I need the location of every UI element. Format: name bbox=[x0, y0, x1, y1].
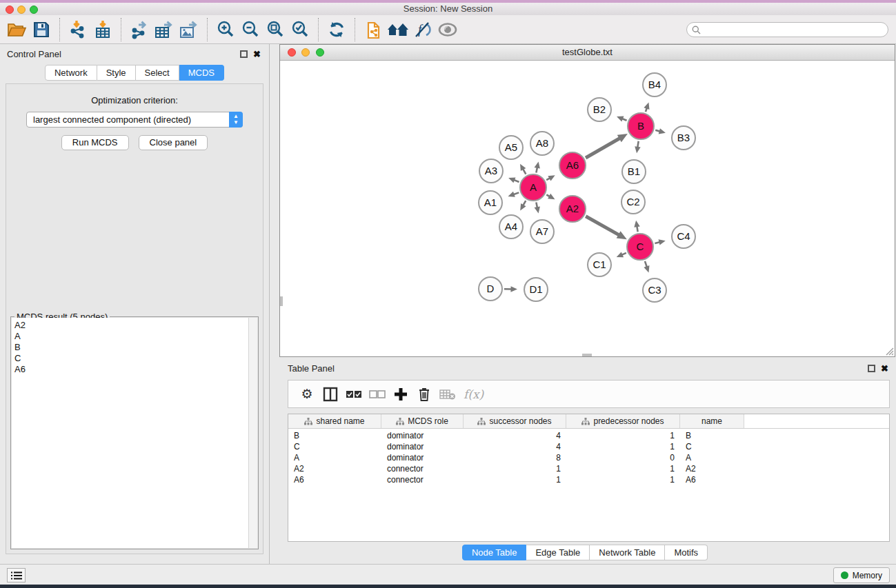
table-cell[interactable]: A bbox=[680, 452, 744, 463]
task-history-button[interactable] bbox=[7, 568, 26, 582]
network-minimize-button[interactable] bbox=[301, 48, 310, 57]
close-table-panel-icon[interactable]: ✖ bbox=[881, 363, 888, 374]
table-cell[interactable]: B bbox=[288, 430, 381, 441]
table-cell[interactable]: C bbox=[680, 441, 744, 452]
tab-edge-table[interactable]: Edge Table bbox=[526, 545, 590, 560]
import-network-icon[interactable] bbox=[66, 17, 90, 42]
column-header-mcds-role[interactable]: MCDS role bbox=[381, 414, 464, 428]
table-cell[interactable]: 1 bbox=[566, 441, 680, 452]
table-row[interactable]: A6connector11A6 bbox=[288, 474, 889, 485]
network-view-window: testGlobe.txt AA1A2A3A4A5A6A7A8BB1B2B3B4… bbox=[279, 44, 895, 357]
table-cell[interactable]: A bbox=[288, 452, 381, 463]
select-all-checkboxes-icon[interactable] bbox=[342, 383, 366, 406]
criterion-select[interactable]: largest connected component (directed) ▲… bbox=[26, 112, 243, 128]
table-cell[interactable]: connector bbox=[381, 474, 464, 485]
minimize-window-button[interactable] bbox=[17, 6, 26, 14]
resize-grip-icon[interactable] bbox=[884, 346, 894, 356]
network-close-button[interactable] bbox=[288, 48, 296, 57]
result-list-item[interactable]: A2 bbox=[14, 320, 257, 331]
node-table[interactable]: shared name MCDS role successor nodes pr… bbox=[288, 414, 890, 542]
table-cell[interactable]: dominator bbox=[381, 452, 464, 463]
table-cell[interactable]: 4 bbox=[464, 430, 566, 441]
table-mode-columns-icon[interactable] bbox=[319, 383, 342, 406]
node-label-A8: A8 bbox=[536, 137, 548, 149]
mcds-result-list[interactable]: A2ABCA6 bbox=[12, 318, 257, 548]
table-cell[interactable]: B bbox=[680, 430, 744, 441]
zoom-fit-icon[interactable] bbox=[263, 17, 288, 42]
tab-select[interactable]: Select bbox=[136, 65, 179, 81]
refresh-icon[interactable] bbox=[324, 17, 349, 42]
search-field[interactable] bbox=[686, 22, 888, 37]
network-zoom-button[interactable] bbox=[316, 48, 324, 57]
tab-mcds[interactable]: MCDS bbox=[179, 65, 224, 81]
edge-A2-C[interactable] bbox=[586, 216, 619, 236]
save-session-icon[interactable] bbox=[29, 17, 54, 42]
close-panel-icon[interactable]: ✖ bbox=[253, 49, 261, 59]
table-cell[interactable]: A6 bbox=[288, 474, 381, 485]
deselect-all-checkboxes-icon[interactable] bbox=[366, 383, 389, 406]
column-header-shared-name[interactable]: shared name bbox=[288, 414, 381, 428]
network-canvas[interactable]: AA1A2A3A4A5A6A7A8BB1B2B3B4CC1C2C3C4DD1 bbox=[280, 61, 895, 356]
column-header-successor-nodes[interactable]: successor nodes bbox=[464, 414, 566, 428]
table-cell[interactable]: 8 bbox=[464, 452, 566, 463]
float-table-panel-icon[interactable] bbox=[868, 365, 875, 372]
table-cell[interactable]: 1 bbox=[566, 474, 680, 485]
close-window-button[interactable] bbox=[6, 6, 14, 14]
new-network-file-icon[interactable] bbox=[361, 17, 386, 42]
table-settings-gear-icon[interactable]: ⚙ bbox=[295, 383, 319, 406]
tab-network-table[interactable]: Network Table bbox=[590, 545, 665, 560]
zoom-in-icon[interactable] bbox=[213, 17, 238, 42]
table-row[interactable]: Adominator80A bbox=[288, 452, 889, 463]
hide-details-icon[interactable]: f bbox=[410, 17, 435, 42]
column-header-name[interactable]: name bbox=[680, 414, 744, 428]
table-row[interactable]: Cdominator41C bbox=[288, 441, 889, 452]
table-cell[interactable]: 1 bbox=[464, 463, 566, 474]
select-stepper-icon[interactable]: ▲▼ bbox=[229, 112, 243, 128]
result-list-item[interactable]: B bbox=[14, 342, 257, 353]
zoom-selected-icon[interactable] bbox=[288, 17, 312, 42]
create-new-column-icon[interactable] bbox=[389, 383, 412, 406]
table-cell[interactable]: A6 bbox=[680, 474, 744, 485]
table-cell[interactable]: A2 bbox=[288, 463, 381, 474]
close-panel-button[interactable]: Close panel bbox=[139, 135, 208, 150]
table-row[interactable]: A2connector11A2 bbox=[288, 463, 889, 474]
table-cell[interactable]: A2 bbox=[680, 463, 744, 474]
import-table-icon[interactable] bbox=[90, 17, 115, 42]
table-cell[interactable]: dominator bbox=[381, 441, 464, 452]
table-cell[interactable]: 1 bbox=[566, 463, 680, 474]
tab-node-table[interactable]: Node Table bbox=[462, 545, 527, 560]
result-list-item[interactable]: A bbox=[14, 331, 257, 342]
delete-columns-trash-icon[interactable] bbox=[412, 383, 436, 406]
column-header-predecessor-nodes[interactable]: predecessor nodes bbox=[566, 414, 680, 428]
table-cell[interactable]: 1 bbox=[566, 430, 680, 441]
table-cell[interactable]: connector bbox=[381, 463, 464, 474]
open-file-icon[interactable] bbox=[4, 17, 29, 42]
search-input[interactable] bbox=[701, 25, 888, 34]
export-network-icon[interactable] bbox=[127, 17, 152, 42]
table-row[interactable]: Bdominator41B bbox=[288, 430, 889, 441]
export-image-icon[interactable] bbox=[177, 17, 201, 42]
horizontal-scroll-indicator[interactable] bbox=[582, 354, 592, 356]
float-panel-icon[interactable] bbox=[240, 50, 248, 58]
tab-motifs[interactable]: Motifs bbox=[665, 545, 708, 560]
show-view-eye-icon[interactable] bbox=[435, 17, 460, 42]
tab-network[interactable]: Network bbox=[45, 65, 97, 81]
run-mcds-button[interactable]: Run MCDS bbox=[61, 135, 129, 150]
memory-button[interactable]: Memory bbox=[833, 567, 890, 583]
table-cell[interactable]: 4 bbox=[464, 441, 566, 452]
zoom-window-button[interactable] bbox=[30, 6, 38, 14]
table-cell[interactable]: C bbox=[288, 441, 381, 452]
tab-style[interactable]: Style bbox=[97, 65, 136, 81]
export-table-icon[interactable] bbox=[152, 17, 177, 42]
table-cell[interactable]: dominator bbox=[381, 430, 464, 441]
result-list-item[interactable]: C bbox=[14, 353, 257, 364]
result-list-scrollbar[interactable] bbox=[248, 318, 257, 548]
table-cell[interactable]: 0 bbox=[566, 452, 680, 463]
edge-A6-B[interactable] bbox=[586, 138, 620, 158]
network-graph[interactable]: AA1A2A3A4A5A6A7A8BB1B2B3B4CC1C2C3C4DD1 bbox=[280, 61, 895, 357]
home-icon[interactable] bbox=[386, 17, 410, 42]
zoom-out-icon[interactable] bbox=[238, 17, 263, 42]
result-list-item[interactable]: A6 bbox=[14, 364, 257, 375]
table-cell[interactable]: 1 bbox=[464, 474, 566, 485]
vertical-scroll-indicator[interactable] bbox=[280, 296, 283, 306]
